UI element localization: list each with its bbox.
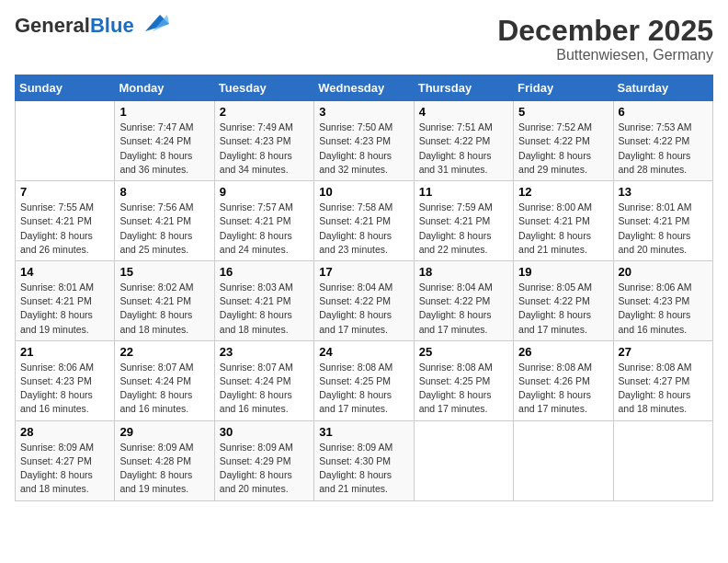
title-block: December 2025 Buttenwiesen, Germany xyxy=(497,15,713,63)
day-number: 28 xyxy=(20,425,109,439)
calendar-cell: 6 Sunrise: 7:53 AMSunset: 4:22 PMDayligh… xyxy=(613,101,712,181)
day-number: 5 xyxy=(518,105,608,119)
day-number: 2 xyxy=(220,105,309,119)
logo-icon xyxy=(136,11,169,37)
day-number: 1 xyxy=(119,105,209,119)
calendar-week-row: 21 Sunrise: 8:06 AMSunset: 4:23 PMDaylig… xyxy=(16,340,713,420)
calendar-cell: 12 Sunrise: 8:00 AMSunset: 4:21 PMDaylig… xyxy=(514,181,613,261)
calendar-cell: 7 Sunrise: 7:55 AMSunset: 4:21 PMDayligh… xyxy=(16,181,115,261)
calendar-cell: 19 Sunrise: 8:05 AMSunset: 4:22 PMDaylig… xyxy=(514,260,613,340)
page-subtitle: Buttenwiesen, Germany xyxy=(497,47,713,63)
calendar-cell: 30 Sunrise: 8:09 AMSunset: 4:29 PMDaylig… xyxy=(214,420,313,500)
calendar-cell xyxy=(16,101,115,181)
day-info: Sunrise: 7:49 AMSunset: 4:23 PMDaylight:… xyxy=(220,121,293,175)
calendar-cell: 18 Sunrise: 8:04 AMSunset: 4:22 PMDaylig… xyxy=(414,260,513,340)
calendar-weekday: Saturday xyxy=(613,75,712,101)
logo: GeneralBlue xyxy=(15,15,169,37)
calendar-header-row: SundayMondayTuesdayWednesdayThursdayFrid… xyxy=(16,75,713,101)
calendar-cell: 22 Sunrise: 8:07 AMSunset: 4:24 PMDaylig… xyxy=(115,340,214,420)
day-info: Sunrise: 8:08 AMSunset: 4:25 PMDaylight:… xyxy=(319,362,392,415)
calendar-week-row: 1 Sunrise: 7:47 AMSunset: 4:24 PMDayligh… xyxy=(16,101,713,181)
day-number: 29 xyxy=(119,425,209,439)
day-info: Sunrise: 8:09 AMSunset: 4:27 PMDaylight:… xyxy=(20,442,94,495)
logo-text: GeneralBlue xyxy=(15,16,134,36)
calendar-week-row: 14 Sunrise: 8:01 AMSunset: 4:21 PMDaylig… xyxy=(16,260,713,340)
day-number: 21 xyxy=(20,345,109,359)
calendar-cell: 11 Sunrise: 7:59 AMSunset: 4:21 PMDaylig… xyxy=(414,181,513,261)
calendar-week-row: 28 Sunrise: 8:09 AMSunset: 4:27 PMDaylig… xyxy=(16,420,713,500)
day-info: Sunrise: 8:05 AMSunset: 4:22 PMDaylight:… xyxy=(518,282,592,335)
day-info: Sunrise: 8:09 AMSunset: 4:29 PMDaylight:… xyxy=(220,442,293,495)
day-number: 24 xyxy=(319,345,408,359)
day-number: 22 xyxy=(119,345,209,359)
day-info: Sunrise: 8:04 AMSunset: 4:22 PMDaylight:… xyxy=(419,282,493,335)
calendar-cell: 20 Sunrise: 8:06 AMSunset: 4:23 PMDaylig… xyxy=(613,260,712,340)
calendar-cell xyxy=(414,420,513,500)
calendar-cell: 24 Sunrise: 8:08 AMSunset: 4:25 PMDaylig… xyxy=(314,340,414,420)
calendar-cell: 25 Sunrise: 8:08 AMSunset: 4:25 PMDaylig… xyxy=(414,340,513,420)
calendar-cell xyxy=(613,420,712,500)
day-number: 25 xyxy=(419,345,508,359)
calendar-cell: 5 Sunrise: 7:52 AMSunset: 4:22 PMDayligh… xyxy=(514,101,613,181)
day-number: 10 xyxy=(319,185,408,199)
calendar-cell: 27 Sunrise: 8:08 AMSunset: 4:27 PMDaylig… xyxy=(613,340,712,420)
day-number: 17 xyxy=(319,265,408,279)
calendar-cell: 8 Sunrise: 7:56 AMSunset: 4:21 PMDayligh… xyxy=(115,181,214,261)
day-info: Sunrise: 7:52 AMSunset: 4:22 PMDaylight:… xyxy=(518,121,592,175)
calendar-cell xyxy=(514,420,613,500)
calendar-table: SundayMondayTuesdayWednesdayThursdayFrid… xyxy=(15,75,713,500)
calendar-cell: 4 Sunrise: 7:51 AMSunset: 4:22 PMDayligh… xyxy=(414,101,513,181)
day-info: Sunrise: 8:06 AMSunset: 4:23 PMDaylight:… xyxy=(619,282,692,335)
page-title: December 2025 xyxy=(497,15,713,47)
day-info: Sunrise: 8:03 AMSunset: 4:21 PMDaylight:… xyxy=(220,282,293,335)
calendar-cell: 1 Sunrise: 7:47 AMSunset: 4:24 PMDayligh… xyxy=(115,101,214,181)
calendar-cell: 15 Sunrise: 8:02 AMSunset: 4:21 PMDaylig… xyxy=(115,260,214,340)
calendar-cell: 16 Sunrise: 8:03 AMSunset: 4:21 PMDaylig… xyxy=(214,260,313,340)
day-info: Sunrise: 8:02 AMSunset: 4:21 PMDaylight:… xyxy=(119,282,193,335)
day-info: Sunrise: 8:09 AMSunset: 4:30 PMDaylight:… xyxy=(319,442,392,495)
calendar-cell: 14 Sunrise: 8:01 AMSunset: 4:21 PMDaylig… xyxy=(16,260,115,340)
day-info: Sunrise: 7:56 AMSunset: 4:21 PMDaylight:… xyxy=(119,201,193,255)
calendar-cell: 3 Sunrise: 7:50 AMSunset: 4:23 PMDayligh… xyxy=(314,101,414,181)
day-number: 31 xyxy=(319,425,408,439)
calendar-weekday: Friday xyxy=(514,75,613,101)
day-number: 11 xyxy=(419,185,508,199)
calendar-weekday: Thursday xyxy=(414,75,513,101)
day-number: 30 xyxy=(220,425,309,439)
day-number: 14 xyxy=(20,265,109,279)
day-info: Sunrise: 7:53 AMSunset: 4:22 PMDaylight:… xyxy=(619,121,692,175)
calendar-cell: 9 Sunrise: 7:57 AMSunset: 4:21 PMDayligh… xyxy=(214,181,313,261)
calendar-body: 1 Sunrise: 7:47 AMSunset: 4:24 PMDayligh… xyxy=(16,101,713,500)
day-number: 23 xyxy=(220,345,309,359)
calendar-cell: 29 Sunrise: 8:09 AMSunset: 4:28 PMDaylig… xyxy=(115,420,214,500)
calendar-cell: 26 Sunrise: 8:08 AMSunset: 4:26 PMDaylig… xyxy=(514,340,613,420)
day-number: 15 xyxy=(119,265,209,279)
calendar-cell: 23 Sunrise: 8:07 AMSunset: 4:24 PMDaylig… xyxy=(214,340,313,420)
day-number: 20 xyxy=(619,265,708,279)
day-number: 8 xyxy=(119,185,209,199)
calendar-cell: 31 Sunrise: 8:09 AMSunset: 4:30 PMDaylig… xyxy=(314,420,414,500)
day-info: Sunrise: 7:58 AMSunset: 4:21 PMDaylight:… xyxy=(319,201,392,255)
calendar-weekday: Sunday xyxy=(16,75,115,101)
calendar-week-row: 7 Sunrise: 7:55 AMSunset: 4:21 PMDayligh… xyxy=(16,181,713,261)
day-number: 9 xyxy=(220,185,309,199)
day-info: Sunrise: 8:08 AMSunset: 4:25 PMDaylight:… xyxy=(419,362,493,415)
calendar-cell: 28 Sunrise: 8:09 AMSunset: 4:27 PMDaylig… xyxy=(16,420,115,500)
day-info: Sunrise: 8:09 AMSunset: 4:28 PMDaylight:… xyxy=(119,442,193,495)
day-info: Sunrise: 8:01 AMSunset: 4:21 PMDaylight:… xyxy=(20,282,94,335)
calendar-cell: 21 Sunrise: 8:06 AMSunset: 4:23 PMDaylig… xyxy=(16,340,115,420)
day-info: Sunrise: 7:55 AMSunset: 4:21 PMDaylight:… xyxy=(20,201,94,255)
day-info: Sunrise: 8:08 AMSunset: 4:27 PMDaylight:… xyxy=(619,362,692,415)
day-info: Sunrise: 8:07 AMSunset: 4:24 PMDaylight:… xyxy=(220,362,293,415)
day-number: 7 xyxy=(20,185,109,199)
day-number: 16 xyxy=(220,265,309,279)
calendar-weekday: Monday xyxy=(115,75,214,101)
calendar-cell: 2 Sunrise: 7:49 AMSunset: 4:23 PMDayligh… xyxy=(214,101,313,181)
day-info: Sunrise: 7:57 AMSunset: 4:21 PMDaylight:… xyxy=(220,201,293,255)
calendar-weekday: Wednesday xyxy=(314,75,414,101)
calendar-cell: 10 Sunrise: 7:58 AMSunset: 4:21 PMDaylig… xyxy=(314,181,414,261)
day-info: Sunrise: 8:08 AMSunset: 4:26 PMDaylight:… xyxy=(518,362,592,415)
day-info: Sunrise: 8:04 AMSunset: 4:22 PMDaylight:… xyxy=(319,282,392,335)
day-info: Sunrise: 7:51 AMSunset: 4:22 PMDaylight:… xyxy=(419,121,493,175)
day-number: 12 xyxy=(518,185,608,199)
